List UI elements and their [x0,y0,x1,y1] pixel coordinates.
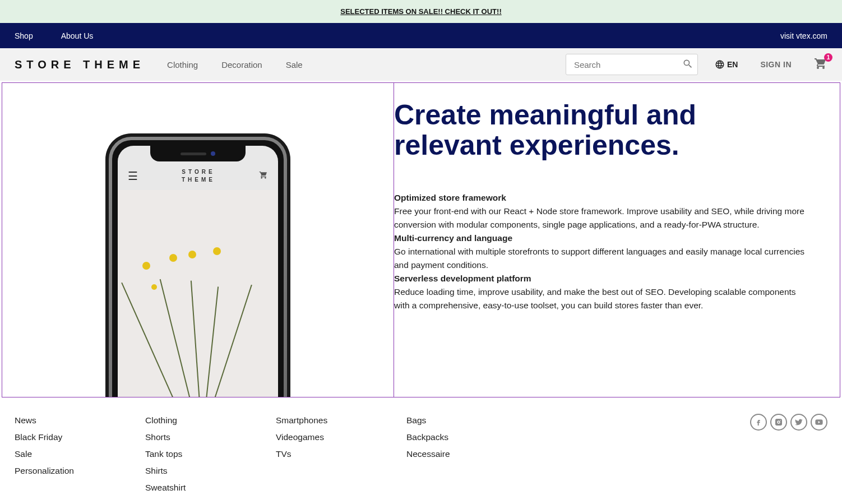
language-switcher[interactable]: EN [715,59,738,70]
social-link-twitter[interactable] [790,414,807,431]
phone-logo-l1: STORE [182,168,215,176]
footer-link-necessaire[interactable]: Necessaire [406,447,531,461]
phone-mockup: ☰ STORE THEME [105,133,290,397]
feature-3-body: Reduce loading time, improve usability, … [394,285,806,312]
footer-link-shirts[interactable]: Shirts [145,464,270,478]
topbar-left: Shop About Us [15,31,93,40]
feature-2-body: Go international with multiple storefron… [394,245,806,272]
search-button[interactable] [682,58,693,71]
phone-logo: STORE THEME [182,168,215,183]
social-links [750,414,827,494]
facebook-icon [754,418,763,427]
footer-col-3: Smartphones Videogames TVs [276,414,401,494]
footer: News Black Friday Sale Personalization C… [0,399,842,504]
announcement-bar[interactable]: SELECTED ITEMS ON SALE!! CHECK IT OUT!! [0,0,842,23]
footer-link-shorts[interactable]: Shorts [145,431,270,444]
footer-link-backpacks[interactable]: Backpacks [406,431,531,444]
topbar-link-about[interactable]: About Us [61,31,94,40]
nav-link-decoration[interactable]: Decoration [221,60,262,70]
search-input[interactable] [566,54,698,75]
header: STORE THEME Clothing Decoration Sale EN … [0,48,842,81]
nav-link-clothing[interactable]: Clothing [167,60,198,70]
footer-link-black-friday[interactable]: Black Friday [15,431,140,444]
social-link-facebook[interactable] [750,414,767,431]
footer-link-videogames[interactable]: Videogames [276,431,401,444]
globe-icon [715,59,725,70]
footer-link-personalization[interactable]: Personalization [15,464,140,478]
social-link-youtube[interactable] [811,414,827,431]
topbar-link-shop[interactable]: Shop [15,31,33,40]
topbar-link-visit[interactable]: visit vtex.com [780,31,827,40]
phone-notch [150,146,246,161]
hamburger-icon: ☰ [128,169,138,183]
hero-title: Create meaningful and relevant experienc… [394,100,806,160]
footer-link-sweatshirt[interactable]: Sweatshirt [145,481,270,494]
cart-badge: 1 [824,53,832,62]
nav-link-sale[interactable]: Sale [286,60,303,70]
footer-col-4: Bags Backpacks Necessaire [406,414,531,494]
search-icon [682,58,693,70]
footer-link-tvs[interactable]: TVs [276,447,401,461]
phone-content [118,190,278,397]
hero-image: ☰ STORE THEME [2,83,394,397]
feature-1-body: Free your front-end with our React + Nod… [394,205,806,232]
footer-col-2: Clothing Shorts Tank tops Shirts Sweatsh… [145,414,270,494]
primary-nav: Clothing Decoration Sale [167,60,303,70]
site-logo[interactable]: STORE THEME [15,58,145,71]
feature-2-title: Multi-currency and language [394,233,512,243]
footer-col-1: News Black Friday Sale Personalization [15,414,140,494]
footer-link-clothing[interactable]: Clothing [145,414,270,427]
social-link-instagram[interactable] [770,414,787,431]
footer-link-smartphones[interactable]: Smartphones [276,414,401,427]
footer-link-news[interactable]: News [15,414,140,427]
language-label: EN [727,60,738,69]
feature-3-title: Serverless development platform [394,274,531,283]
footer-link-tank-tops[interactable]: Tank tops [145,447,270,461]
search-wrap [566,54,698,75]
instagram-icon [774,418,783,427]
topbar: Shop About Us visit vtex.com [0,23,842,48]
youtube-icon [815,418,824,427]
hero-features: Optimized store framework Free your fron… [394,191,806,312]
topbar-right: visit vtex.com [780,31,827,40]
hero-section: ☰ STORE THEME [2,82,840,397]
footer-link-sale[interactable]: Sale [15,447,140,461]
twitter-icon [794,418,803,427]
footer-link-bags[interactable]: Bags [406,414,531,427]
phone-cart-icon [259,170,268,182]
hero-content: Create meaningful and relevant experienc… [394,83,840,397]
feature-1-title: Optimized store framework [394,193,506,202]
phone-logo-l2: THEME [182,176,215,184]
signin-button[interactable]: SIGN IN [760,60,792,69]
cart-button[interactable]: 1 [814,57,827,72]
